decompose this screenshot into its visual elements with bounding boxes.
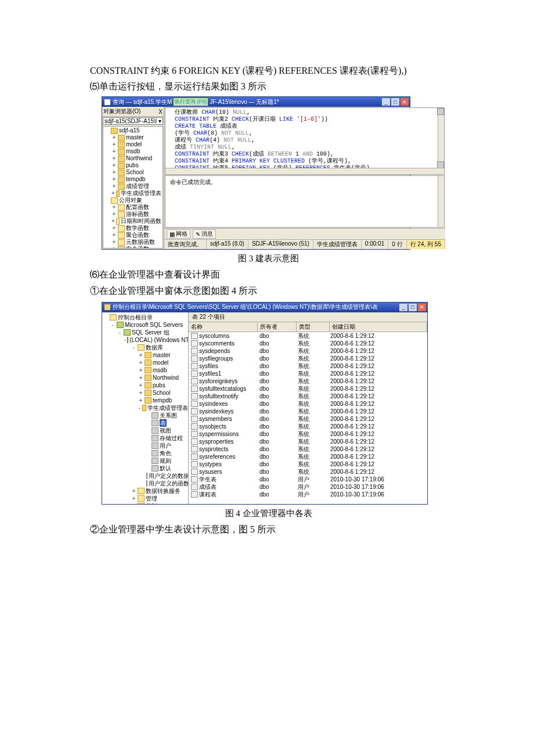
table-row[interactable]: systypesdbo系统2000-8-6 1:29:12 (189, 460, 427, 468)
expand-icon[interactable]: + (111, 169, 117, 176)
table-row[interactable]: sysdependsdbo系统2000-8-6 1:29:12 (189, 347, 427, 355)
minimize-button[interactable]: _ (399, 304, 407, 311)
table-row[interactable]: sysfilegroupsdbo系统2000-8-6 1:29:12 (189, 355, 427, 362)
table-row[interactable]: syspropertiesdbo系统2000-8-6 1:29:12 (189, 438, 427, 445)
tab-grid[interactable]: ▦ 网格 (167, 229, 190, 239)
sql-editor[interactable]: 任课教师 CHAR(10) NULL,CONSTRAINT 约束2 CHECK(… (165, 107, 445, 175)
tree-node[interactable]: -Microsoft SQL Servers (102, 321, 188, 329)
table-row[interactable]: sysfulltextnotifydbo系统2000-8-6 1:29:12 (189, 393, 427, 400)
tree-node[interactable]: +tempdb (102, 397, 188, 404)
run-query-f5-button[interactable]: 执行查询 (F5) (173, 98, 208, 106)
tree-node[interactable]: +pubs (102, 381, 188, 389)
tree-node[interactable]: 视图 (102, 427, 188, 434)
tree-node[interactable]: +msdb (102, 366, 188, 374)
table-row[interactable]: syscommentsdbo系统2000-8-6 1:29:12 (189, 340, 427, 347)
table-row[interactable]: sysfiles1dbo系统2000-8-6 1:29:12 (189, 370, 427, 377)
expand-icon[interactable]: + (111, 204, 117, 211)
tree-node[interactable]: sdjf-a15 (103, 127, 163, 134)
tree-node[interactable]: 关系图 (102, 412, 188, 419)
tree-node[interactable]: 用户 (102, 442, 188, 449)
table-row[interactable]: syspermissionsdbo系统2000-8-6 1:29:12 (189, 430, 427, 438)
em-tree-panel[interactable]: 控制台根目录-Microsoft SQL Servers-SQL Server … (102, 312, 189, 504)
tree-node[interactable]: +pubs (103, 162, 163, 169)
vscrollbar[interactable] (438, 108, 444, 174)
tree-node[interactable]: 存储过程 (102, 434, 188, 442)
tree-node[interactable]: +数据转换服务 (102, 487, 188, 495)
tree-node[interactable]: -数据库 (102, 344, 188, 351)
tree-node[interactable]: +msdb (103, 148, 163, 155)
tree-node[interactable]: -(LOCAL) (Windows NT) (102, 336, 188, 344)
table-row[interactable]: 学生表dbo用户2010-10-30 17:19:06 (189, 476, 427, 483)
tree-node[interactable]: 角色 (102, 449, 188, 457)
tree-node[interactable]: 用户定义的函数 (102, 480, 188, 487)
expand-icon[interactable]: + (131, 495, 136, 502)
tree-node[interactable]: +model (102, 359, 188, 366)
expand-icon[interactable]: + (138, 389, 143, 397)
tree-node[interactable]: 用户定义的数据 (102, 472, 188, 480)
scroll-up-icon[interactable] (437, 108, 444, 115)
maximize-button[interactable]: □ (391, 98, 399, 106)
tree-node[interactable]: +School (103, 169, 163, 176)
expand-icon[interactable]: + (138, 351, 143, 359)
expand-icon[interactable]: + (138, 397, 143, 404)
tree-node[interactable]: 规则 (102, 457, 188, 465)
tree-node[interactable]: +日期和时间函数 (103, 218, 163, 225)
close-button[interactable]: ✕ (400, 98, 409, 106)
tree-node[interactable]: +master (102, 351, 188, 359)
expand-icon[interactable]: + (131, 487, 136, 495)
em-list-header[interactable]: 名称 所有者 类型 创建日期 (189, 322, 427, 332)
col-type[interactable]: 类型 (297, 322, 330, 332)
expand-icon[interactable]: - (110, 321, 116, 329)
expand-icon[interactable]: + (111, 141, 117, 148)
tree-node[interactable]: 表 (102, 419, 188, 427)
expand-icon[interactable]: + (111, 246, 117, 249)
hscrollbar[interactable] (165, 168, 444, 174)
col-date[interactable]: 创建日期 (330, 322, 427, 332)
table-row[interactable]: 课程表dbo用户2010-10-30 17:19:06 (189, 491, 427, 498)
vscrollbar[interactable] (438, 176, 444, 227)
table-row[interactable]: sysmembersdbo系统2000-8-6 1:29:12 (189, 415, 427, 423)
expand-icon[interactable]: + (138, 366, 143, 374)
tree-node[interactable]: +复制 (102, 502, 188, 504)
tree-node[interactable]: +管理 (102, 495, 188, 502)
close-button[interactable]: ✕ (418, 304, 426, 311)
expand-icon[interactable]: - (117, 329, 122, 336)
table-row[interactable]: sysfilesdbo系统2000-8-6 1:29:12 (189, 362, 427, 370)
table-row[interactable]: sysobjectsdbo系统2000-8-6 1:29:12 (189, 423, 427, 430)
tree-node[interactable]: -学生成绩管理表 (102, 404, 188, 412)
table-row[interactable]: sysreferencesdbo系统2000-8-6 1:29:12 (189, 453, 427, 460)
expand-icon[interactable]: + (111, 190, 115, 197)
query-window-titlebar[interactable]: 查询 — sdjf-a15.学生M 执行查询 (F5) JF-A15\lenov… (102, 97, 410, 107)
em-table-list[interactable]: syscolumnsdbo系统2000-8-6 1:29:12syscommen… (189, 332, 427, 504)
table-row[interactable]: sysprotectsdbo系统2000-8-6 1:29:12 (189, 445, 427, 453)
tree-node[interactable]: +游标函数 (103, 211, 163, 218)
maximize-button[interactable]: □ (409, 304, 417, 311)
server-combo[interactable]: sdjf-a15(SDJF-A15\l ▾ (103, 117, 163, 125)
tree-node[interactable]: 公用对象 (103, 197, 163, 204)
tree-node[interactable]: +tempdb (103, 176, 163, 183)
tree-node[interactable]: +School (102, 389, 188, 397)
expand-icon[interactable]: + (111, 225, 117, 232)
table-row[interactable]: syscolumnsdbo系统2000-8-6 1:29:12 (189, 332, 427, 340)
expand-icon[interactable]: + (111, 162, 117, 169)
expand-icon[interactable]: - (124, 336, 126, 344)
expand-icon[interactable]: + (111, 134, 117, 141)
expand-icon[interactable]: + (111, 183, 117, 190)
expand-icon[interactable]: + (131, 502, 136, 504)
tree-node[interactable]: +配置函数 (103, 204, 163, 211)
expand-icon[interactable]: + (111, 155, 117, 162)
expand-icon[interactable]: + (138, 359, 143, 366)
col-name[interactable]: 名称 (189, 322, 258, 332)
expand-icon[interactable]: - (138, 404, 141, 412)
expand-icon[interactable]: + (111, 211, 117, 218)
tree-node[interactable]: +Northwind (102, 374, 188, 381)
tree-node[interactable]: -SQL Server 组 (102, 329, 188, 336)
tree-node[interactable]: +元数据函数 (103, 239, 163, 246)
tree-node[interactable]: +学生成绩管理表 (103, 190, 163, 197)
expand-icon[interactable]: - (131, 344, 136, 351)
expand-icon[interactable]: + (138, 381, 143, 389)
panel-close-button[interactable]: X (158, 109, 163, 115)
tree-node[interactable]: +安全函数 (103, 246, 163, 249)
expand-icon[interactable]: + (138, 374, 143, 381)
tree-node[interactable]: 控制台根目录 (102, 314, 188, 321)
